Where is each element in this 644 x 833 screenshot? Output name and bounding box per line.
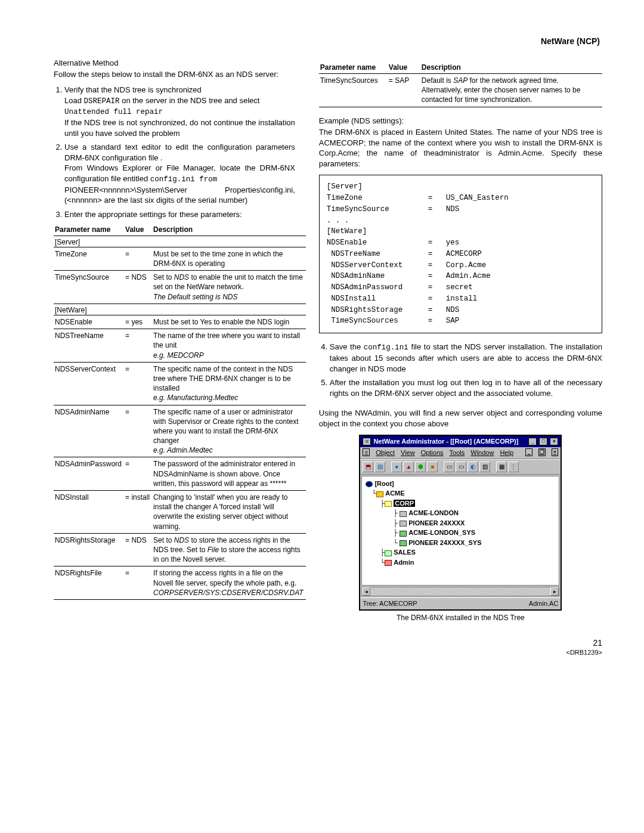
scroll-right-icon[interactable]: ▸ — [550, 587, 559, 596]
tree-item[interactable]: ├ ACME-LONDON_SYS — [366, 528, 555, 538]
toolbar-btn[interactable]: ▭ — [456, 462, 466, 472]
menu-help[interactable]: Help — [500, 448, 513, 457]
child-minimize-icon[interactable]: _ — [525, 448, 532, 456]
example-key: NDSEnable — [327, 237, 428, 249]
nwa-tree[interactable]: [Root] └ACME ├CORP ├ ACME-LONDON ├ PIONE… — [361, 476, 559, 586]
tree-root[interactable]: [Root] — [366, 479, 555, 489]
nwa-menubar: ≡ Object View Options Tools Window Help … — [360, 447, 561, 459]
toolbar-btn[interactable]: ■ — [427, 462, 438, 472]
desc-italic: The Default setting is NDS — [153, 293, 237, 301]
example-value: ACMECORP — [446, 249, 595, 260]
ou-icon — [385, 501, 392, 507]
volume-icon — [400, 531, 407, 537]
step-1: Verify that the NDS tree is synchronized… — [64, 85, 295, 138]
cell-val: = — [124, 329, 152, 363]
desc-italic: CORPSERVER/SYS:CDSERVER/CDSRV.DAT — [153, 589, 304, 597]
tree-item[interactable]: ├ PIONEER 24XXXX — [366, 518, 555, 528]
tree-ou-corp[interactable]: ├CORP — [366, 498, 555, 509]
install-steps: Verify that the NDS tree is synchronized… — [54, 85, 295, 220]
example-key: NDSTreeName — [327, 249, 428, 260]
child-system-menu-icon[interactable]: ≡ — [363, 448, 370, 456]
server-icon — [400, 521, 407, 527]
th-value: Value — [388, 61, 420, 74]
example-intro: The DRM-6NX is placed in Eastern United … — [319, 127, 602, 169]
example-row: NDSTreeName=ACMECORP — [327, 249, 595, 260]
scroll-track[interactable] — [370, 587, 550, 596]
toolbar-btn[interactable]: ⋮ — [508, 462, 519, 472]
cell-val: = — [124, 457, 152, 491]
menu-options[interactable]: Options — [421, 448, 444, 457]
ex-sect-netware: [NetWare] — [327, 226, 595, 237]
scroll-left-icon[interactable]: ◂ — [362, 587, 370, 596]
cell-val: = — [124, 362, 152, 405]
user-icon — [385, 560, 392, 566]
config-ini-cmd: config.ini from — [150, 175, 218, 184]
maximize-icon[interactable]: □ — [539, 438, 547, 445]
row-ndsadminname: NDSAdminName = The specific name of a us… — [54, 405, 306, 457]
toolbar-btn[interactable]: ⬢ — [415, 462, 426, 472]
toolbar-btn[interactable]: ● — [391, 462, 402, 472]
desc-italic: e.g. Admin.Medtec — [153, 446, 213, 454]
cell-val: = — [124, 247, 152, 270]
toolbar-btn[interactable]: ▲ — [403, 462, 414, 472]
nwa-statusbar: Tree: ACMECORP Admin.AC — [360, 597, 561, 609]
example-key: NDSInstall — [327, 293, 428, 305]
row-timezone: TimeZone = Must be set to the time zone … — [54, 247, 306, 270]
alt-method-intro: Follow the steps below to install the DR… — [54, 69, 295, 80]
tree-item-label: PIONEER 24XXXX — [408, 519, 465, 527]
row-timesyncsources: TimeSyncSources = SAP Default is SAP for… — [319, 74, 602, 107]
example-value: Admin.Acme — [446, 271, 595, 282]
cell-desc: Set to NDS to store the access rights in… — [152, 533, 306, 566]
globe-icon — [366, 481, 373, 487]
nwa-window: ≡ NetWare Administrator - [[Root] (ACMEC… — [359, 435, 562, 611]
desc-part: The specific name of the context in the … — [153, 365, 293, 392]
menu-object[interactable]: Object — [376, 448, 395, 457]
tree-item-label: ACME-LONDON_SYS — [408, 529, 475, 536]
example-row: NDSAdminName=Admin.Acme — [327, 271, 595, 282]
example-heading: Example (NDS settings): — [319, 116, 602, 126]
menu-tools[interactable]: Tools — [450, 448, 465, 457]
toolbar-btn[interactable]: ◐ — [467, 462, 478, 472]
minimize-icon[interactable]: _ — [528, 438, 537, 445]
toolbar-btn[interactable]: ▧ — [479, 462, 490, 472]
example-row: TimeZone=US_CAN_Eastern — [327, 193, 595, 204]
child-restore-icon[interactable]: ❐ — [538, 448, 546, 456]
system-menu-icon[interactable]: ≡ — [363, 438, 371, 445]
desc-italic: NDS — [174, 536, 189, 544]
menu-window[interactable]: Window — [470, 448, 494, 457]
step-1-line2-pre: Load — [64, 96, 84, 105]
th-desc: Description — [152, 224, 306, 236]
tree-item[interactable]: └ PIONEER 24XXXX_SYS — [366, 538, 555, 548]
nwa-caption: The DRM-6NX installed in the NDS Tree — [319, 613, 602, 623]
example-value: SAP — [446, 315, 595, 327]
tree-usr[interactable]: └Admin — [366, 558, 555, 568]
example-key: TimeSyncSources — [327, 315, 428, 327]
toolbar-btn[interactable]: ▭ — [444, 462, 454, 472]
example-row: NDSInstall=install — [327, 293, 595, 305]
two-column-layout: Alternative Method Follow the steps belo… — [54, 58, 602, 623]
toolbar-btn[interactable]: ▦ — [496, 462, 507, 472]
section-netware: [NetWare] — [54, 304, 306, 315]
menu-view[interactable]: View — [401, 448, 415, 457]
close-icon[interactable]: × — [550, 438, 558, 445]
nwa-hscrollbar[interactable]: ◂ ▸ — [361, 587, 559, 596]
example-equals: = — [428, 293, 446, 305]
cell-name: TimeZone — [54, 247, 124, 270]
cell-name: NDSAdminPassword — [54, 457, 124, 491]
tree-item[interactable]: ├ ACME-LONDON — [366, 508, 555, 518]
example-row: NDSEnable=yes — [327, 237, 595, 249]
cell-name: NDSInstall — [54, 491, 124, 534]
desc-part: Set to — [153, 536, 174, 544]
row-ndsadminpassword: NDSAdminPassword = The password of the a… — [54, 457, 306, 491]
example-equals: = — [428, 315, 446, 327]
child-close-icon[interactable]: × — [552, 448, 559, 456]
toolbar-btn[interactable]: ⬒ — [363, 462, 373, 472]
toolbar-btn[interactable]: ▤ — [374, 462, 385, 472]
example-key: NDSServerContext — [327, 260, 428, 271]
tree-grp[interactable]: ├SALES — [366, 547, 555, 558]
row-ndsinstall: NDSInstall = install Changing to 'instal… — [54, 491, 306, 534]
tree-org[interactable]: └ACME — [366, 488, 555, 498]
cell-name: NDSRightsStorage — [54, 533, 124, 566]
row-ndsrightsstorage: NDSRightsStorage = NDS Set to NDS to sto… — [54, 533, 306, 566]
example-row: NDSServerContext=Corp.Acme — [327, 260, 595, 271]
